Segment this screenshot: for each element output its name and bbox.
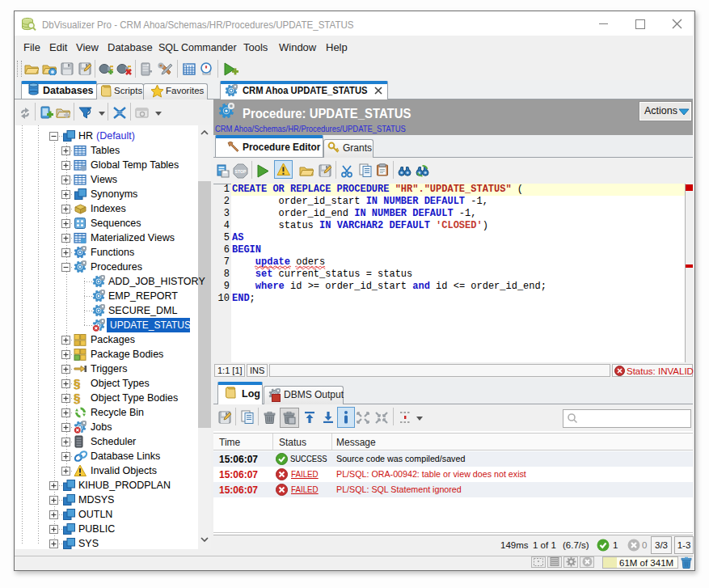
svg-text:STOP: STOP [234, 169, 247, 174]
